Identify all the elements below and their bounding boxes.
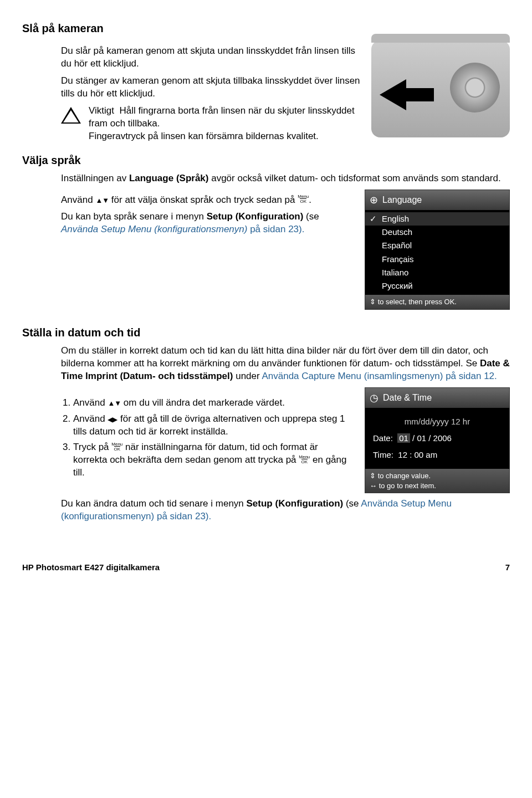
datetime-later: Du kan ändra datum och tid senare i meny… [61,498,510,523]
language-later: Du kan byta språk senare i menyn Setup (… [61,211,354,236]
left-right-icon [108,413,117,424]
footer-title: HP Photosmart E427 digitalkamera [22,562,160,573]
language-menu-screenshot: Language English Deutsch Español Françai… [365,190,510,310]
language-intro: Inställningen av Language (Språk) avgör … [61,172,510,185]
menu-ok-icon: MenuOK [299,454,310,464]
datetime-intro: Om du ställer in korrekt datum och tid k… [61,345,510,383]
up-down-icon: ▲▼ [108,399,121,407]
lang-item-francais: Français [365,253,509,266]
datetime-steps: Använd ▲▼ om du vill ändra det markerade… [61,397,354,480]
page-number: 7 [505,562,510,573]
menu-ok-icon: MenuOK [111,442,122,452]
language-use: Använd ▲▼ för att välja önskat språk och… [61,194,354,207]
step-3: Tryck på MenuOK när inställningarna för … [73,441,354,479]
section-title-datetime: Ställa in datum och tid [22,325,510,340]
section-title-language: Välja språk [22,153,510,168]
lang-item-espanol: Español [365,239,509,252]
step-1: Använd ▲▼ om du vill ändra det markerade… [73,397,354,410]
camera-illustration [371,40,510,137]
clock-icon [370,391,378,405]
turnon-p1: Du slår på kameran genom att skjuta unda… [61,45,360,70]
updown-icon [370,298,376,306]
lang-item-russian: Русский [365,279,509,293]
datetime-screenshot: Date & Time mm/dd/yyyy 12 hr Date: 01 / … [365,387,510,493]
leftright-icon [370,482,377,490]
caution-icon [61,107,81,124]
turnon-p2: Du stänger av kameran genom att skjuta t… [61,75,360,100]
link-setup-menu[interactable]: Använda Setup Menu (konfigurationsmenyn) [61,224,247,234]
menu-ok-icon: MenuOK [298,194,309,204]
updown-icon [370,472,376,480]
globe-icon [370,193,378,207]
link-capture-menu[interactable]: Använda Capture Menu (insamlingsmenyn) [262,371,443,381]
lang-item-deutsch: Deutsch [365,226,509,239]
up-down-icon: ▲▼ [95,196,109,204]
step-2: Använd för att gå till de övriga alterna… [73,413,354,438]
lang-item-italiano: Italiano [365,266,509,279]
lang-item-english: English [365,212,509,226]
caution-text: Viktigt Håll fingrarna borta från linsen… [89,105,360,143]
